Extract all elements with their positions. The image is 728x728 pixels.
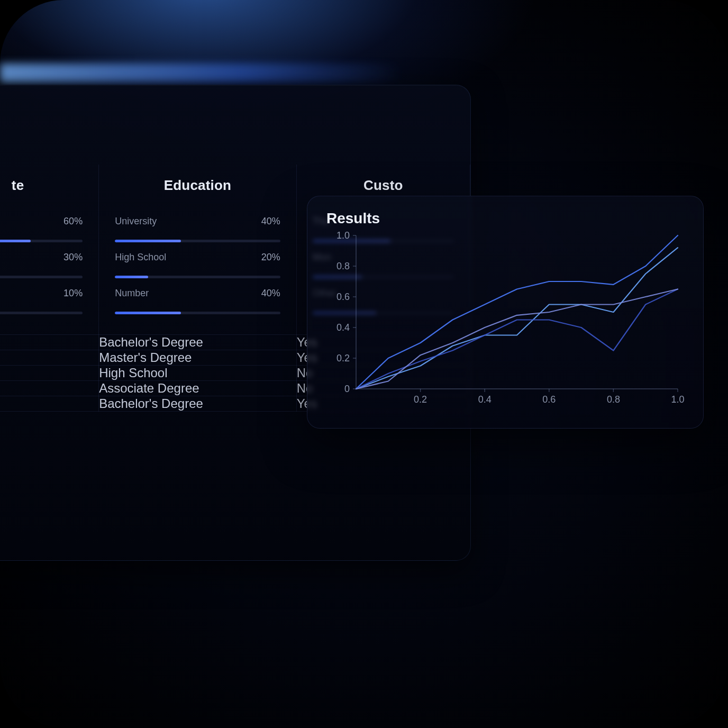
- svg-text:0.2: 0.2: [414, 394, 427, 405]
- progress-fill: [115, 240, 181, 242]
- stat-row: University 40%: [115, 216, 280, 242]
- table-cell: [0, 396, 99, 412]
- svg-text:0: 0: [344, 384, 350, 394]
- stat-label: Number: [115, 288, 149, 299]
- progress-track: [0, 312, 83, 314]
- column-title: Education: [115, 177, 280, 194]
- line-chart-svg: 00.20.40.60.81.00.20.40.60.81.0: [326, 230, 686, 410]
- stat-row: High School 20%: [115, 252, 280, 278]
- svg-text:0.4: 0.4: [478, 394, 492, 405]
- svg-text:0.8: 0.8: [336, 261, 350, 271]
- svg-text:0.6: 0.6: [336, 292, 350, 302]
- table-cell: [0, 350, 99, 366]
- dashboard-stage: te 60% 30%: [0, 0, 728, 728]
- svg-text:0.4: 0.4: [336, 322, 350, 333]
- svg-text:0.6: 0.6: [542, 394, 556, 405]
- progress-fill: [0, 240, 31, 242]
- table-cell: [0, 366, 99, 381]
- svg-text:1.0: 1.0: [336, 230, 350, 241]
- progress-track: [115, 312, 280, 314]
- stat-label: High School: [115, 252, 166, 263]
- stat-value: 40%: [261, 288, 280, 299]
- svg-text:1.0: 1.0: [671, 394, 684, 405]
- stat-row: Number 40%: [115, 288, 280, 314]
- column-title: te: [0, 177, 83, 194]
- stat-label: University: [115, 216, 157, 227]
- chart-area: 00.20.40.60.81.00.20.40.60.81.0: [326, 230, 684, 410]
- results-chart-panel: Results 00.20.40.60.81.00.20.40.60.81.0: [307, 196, 704, 429]
- progress-track: [115, 276, 280, 278]
- svg-text:0.8: 0.8: [607, 394, 620, 405]
- progress-track: [0, 240, 83, 242]
- svg-text:0.2: 0.2: [336, 353, 350, 363]
- table-cell: [0, 381, 99, 396]
- table-cell: Master's Degree: [99, 350, 297, 366]
- column-title: Custo: [313, 177, 454, 194]
- table-cell: High School: [99, 366, 297, 381]
- progress-track: [115, 240, 280, 242]
- table-cell: Associate Degree: [99, 381, 297, 396]
- stat-value: 60%: [63, 216, 83, 227]
- stat-row: 60%: [0, 216, 83, 242]
- column-header-education: Education University 40% High School: [99, 165, 297, 335]
- stat-value: 10%: [63, 288, 83, 299]
- stat-value: 20%: [261, 252, 280, 263]
- progress-fill: [115, 312, 181, 314]
- stat-value: 30%: [63, 252, 83, 263]
- stat-row: 30%: [0, 252, 83, 278]
- table-cell: [0, 335, 99, 350]
- table-cell: Bachelor's Degree: [99, 396, 297, 412]
- top-glow: [0, 63, 402, 83]
- progress-fill: [115, 276, 148, 278]
- stat-row: 10%: [0, 288, 83, 314]
- column-header-0: te 60% 30%: [0, 165, 99, 335]
- table-cell: Bachelor's Degree: [99, 335, 297, 350]
- progress-track: [0, 276, 83, 278]
- chart-title: Results: [326, 210, 684, 227]
- stat-value: 40%: [261, 216, 280, 227]
